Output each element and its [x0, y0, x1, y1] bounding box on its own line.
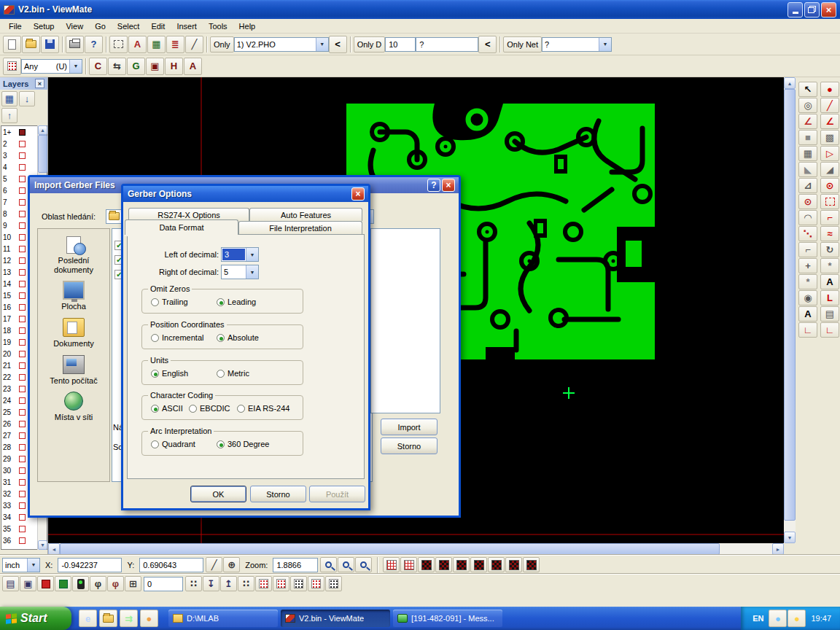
net-combo[interactable]: ? ▼: [542, 37, 612, 52]
film-pattern-4-button[interactable]: [470, 557, 487, 572]
radio-metric[interactable]: Metric: [217, 369, 249, 378]
menu-edit[interactable]: Edit: [145, 20, 171, 32]
c-codes-button[interactable]: C: [89, 58, 107, 75]
layer-color-swatch[interactable]: [19, 316, 26, 322]
context-help-button[interactable]: ?: [85, 36, 103, 53]
close-button[interactable]: ×: [821, 2, 836, 18]
pad-pair-tool-button[interactable]: ◎: [798, 98, 817, 113]
layer-color-swatch[interactable]: [19, 281, 26, 287]
layer-color-swatch[interactable]: [19, 292, 26, 299]
g-codes-button[interactable]: G: [127, 58, 145, 75]
mirror-tool-button[interactable]: ⊿: [798, 178, 817, 193]
menu-go[interactable]: Go: [89, 20, 112, 32]
minimize-button[interactable]: [788, 2, 803, 18]
layer-color-swatch[interactable]: [19, 176, 26, 182]
corner-tool-button[interactable]: ⌐: [820, 210, 839, 225]
radio-icon[interactable]: [151, 370, 159, 378]
text-a-tool-button[interactable]: A: [820, 274, 839, 289]
place-desktop[interactable]: Plocha: [38, 281, 109, 311]
radio-icon[interactable]: [151, 440, 159, 448]
save-file-button[interactable]: [41, 36, 59, 53]
layer-color-swatch[interactable]: [19, 211, 26, 217]
quick-folder-button[interactable]: [99, 610, 117, 627]
dcode-bars-button[interactable]: ≣: [166, 36, 184, 53]
menu-view[interactable]: View: [60, 20, 89, 32]
radio-icon[interactable]: [217, 334, 225, 342]
snap-cross-tool-button[interactable]: +: [798, 258, 817, 273]
layer-color-swatch[interactable]: [19, 187, 26, 194]
curve-tool-button[interactable]: ≈: [820, 226, 839, 241]
film-pattern-6-button[interactable]: [505, 557, 522, 572]
radio-ascii[interactable]: ASCII: [151, 404, 183, 413]
pointer-tool-button[interactable]: ↖: [798, 82, 817, 97]
vertical-scrollbar[interactable]: ▲ ▼: [784, 77, 796, 543]
layer-color-swatch[interactable]: [19, 199, 26, 206]
radio-eia-rs244[interactable]: EIA RS-244: [237, 404, 289, 413]
layer-color-swatch[interactable]: [19, 246, 26, 252]
h-codes-button[interactable]: H: [165, 58, 183, 75]
grid-toggle-button[interactable]: ⊞: [125, 576, 141, 591]
zoom-out-button[interactable]: [355, 557, 372, 572]
scroll-left-icon[interactable]: ◄: [48, 543, 60, 555]
highlight-text-button[interactable]: A: [128, 36, 147, 53]
taskbar-task-message[interactable]: [191-482-091] - Mess...: [393, 610, 502, 627]
scroll-thumb[interactable]: [784, 89, 796, 521]
highlight-dcodes-button[interactable]: [3, 58, 21, 75]
layers-panel-header[interactable]: Layers ×: [0, 77, 47, 90]
radio-leading[interactable]: Leading: [217, 298, 256, 306]
layer-color-swatch[interactable]: [19, 257, 26, 264]
taskbar-task-viewmate[interactable]: V2.bin - ViewMate: [281, 610, 390, 627]
storno-button[interactable]: Storno: [381, 438, 438, 454]
aperture-filter-combo[interactable]: Any (U) ▼: [21, 59, 82, 74]
print-button[interactable]: [66, 36, 84, 53]
place-computer[interactable]: Tento počítač: [38, 355, 109, 386]
radio-trailing[interactable]: Trailing: [151, 298, 188, 306]
layer-color-swatch[interactable]: [19, 491, 26, 497]
place-network[interactable]: Místa v síti: [38, 392, 109, 422]
radio-icon[interactable]: [151, 334, 159, 342]
zoom-field[interactable]: 1.8866: [273, 558, 318, 572]
dashed-rect-tool-button[interactable]: [820, 194, 839, 209]
step-tool-button[interactable]: ⌐: [798, 242, 817, 257]
measure-diagonal-button[interactable]: ╱: [206, 557, 222, 572]
sel-pattern-2-button[interactable]: [273, 576, 289, 591]
red-swatch-button[interactable]: [37, 576, 54, 591]
y-coordinate-field[interactable]: 0.690643: [139, 558, 203, 572]
radio-360-degree[interactable]: 360 Degree: [217, 440, 270, 448]
film-pattern-2-button[interactable]: [435, 557, 452, 572]
zoom-in-button[interactable]: [338, 557, 354, 572]
probe-tool-button[interactable]: ◉: [798, 290, 817, 306]
layer-color-swatch[interactable]: [19, 269, 26, 276]
slope-tool-button[interactable]: ◢: [820, 162, 839, 177]
move-layer-down-button[interactable]: ↓: [19, 91, 35, 106]
corner-route-tool-button[interactable]: ∟: [798, 322, 817, 338]
layer-color-swatch[interactable]: [19, 444, 26, 451]
layer-table-button[interactable]: ▦: [1, 91, 18, 106]
emule-button[interactable]: ⇉: [120, 610, 138, 627]
radio-incremental[interactable]: Incremental: [151, 333, 203, 342]
layer-color-swatch[interactable]: [19, 304, 26, 311]
layer-color-swatch[interactable]: [19, 327, 26, 334]
radio-icon[interactable]: [237, 405, 245, 413]
radio-ebcdic[interactable]: EBCDIC: [189, 404, 230, 413]
scroll-down-icon[interactable]: ▼: [784, 532, 796, 543]
traffic-light-button[interactable]: [72, 576, 89, 591]
pad-box-button[interactable]: ▣: [146, 58, 164, 75]
text-tool-button[interactable]: A: [798, 306, 817, 322]
layer-color-swatch[interactable]: [19, 467, 26, 474]
table-tool-button[interactable]: ▤: [820, 306, 839, 322]
dialog-close-button[interactable]: ×: [442, 179, 455, 192]
dot-grid-button[interactable]: ∷: [185, 576, 202, 591]
filled-square-tool-button[interactable]: ■: [798, 130, 817, 145]
scroll-up-icon[interactable]: ▲: [38, 125, 47, 135]
layer-assign-list[interactable]: [370, 228, 440, 413]
language-indicator[interactable]: EN: [752, 614, 763, 623]
import-button[interactable]: Import: [381, 419, 438, 435]
film-pattern-5-button[interactable]: [488, 557, 505, 572]
trace-corner-tool-button[interactable]: ∠: [798, 114, 817, 129]
tray-volume-button[interactable]: ●: [788, 610, 806, 627]
chevron-down-icon[interactable]: ▼: [599, 38, 611, 51]
target-circle-tool-button[interactable]: ⊙: [820, 178, 839, 193]
apply-button[interactable]: Použít: [309, 486, 365, 502]
layer-color-swatch[interactable]: [19, 409, 26, 416]
